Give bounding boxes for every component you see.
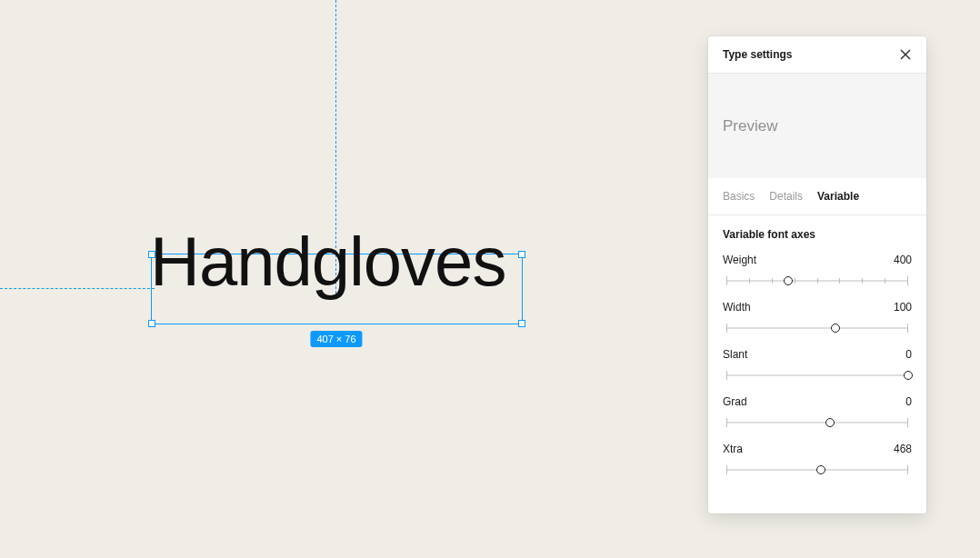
slider-tick: [817, 278, 818, 284]
slider-tick: [726, 371, 727, 380]
close-icon: [899, 48, 912, 61]
axis-label: Weight: [723, 254, 756, 266]
selected-text-frame[interactable]: Handgloves: [151, 254, 523, 324]
panel-tabs: Basics Details Variable: [708, 178, 926, 215]
axis-value[interactable]: 468: [894, 443, 912, 455]
tab-basics[interactable]: Basics: [723, 190, 755, 203]
slider-tick: [726, 276, 727, 285]
axis-label: Xtra: [723, 443, 743, 455]
alignment-guide-horizontal: [0, 288, 155, 289]
axis-width: Width100: [723, 301, 912, 334]
axis-slider[interactable]: [726, 275, 908, 286]
close-button[interactable]: [897, 46, 914, 63]
axis-row: Slant0: [723, 348, 912, 361]
sample-text[interactable]: Handgloves: [150, 227, 505, 296]
slider-ticks: [726, 373, 908, 378]
variable-axes-section: Variable font axes Weight400Width100Slan…: [708, 215, 926, 513]
slider-tick: [749, 278, 750, 284]
axis-xtra: Xtra468: [723, 443, 912, 475]
resize-handle-top-left[interactable]: [148, 251, 155, 258]
slider-tick: [839, 278, 840, 284]
slider-tick: [772, 278, 773, 284]
resize-handle-bottom-right[interactable]: [518, 320, 525, 327]
resize-handle-bottom-left[interactable]: [148, 320, 155, 327]
slider-tick: [795, 278, 795, 284]
resize-handle-top-right[interactable]: [518, 251, 525, 258]
axis-slant: Slant0: [723, 348, 912, 381]
slider-ticks: [726, 278, 908, 284]
axis-row: Xtra468: [723, 443, 912, 455]
axis-slider[interactable]: [726, 370, 908, 381]
axis-slider[interactable]: [726, 464, 908, 475]
axis-row: Grad0: [723, 395, 912, 408]
tab-variable[interactable]: Variable: [817, 190, 859, 203]
slider-thumb[interactable]: [825, 418, 835, 427]
panel-header: Type settings: [708, 36, 926, 74]
slider-ticks: [726, 420, 908, 425]
preview-label: Preview: [723, 117, 777, 135]
slider-tick: [907, 465, 908, 474]
axis-row: Weight400: [723, 254, 912, 266]
axis-label: Width: [723, 301, 751, 314]
slider-tick: [907, 418, 908, 427]
axis-grad: Grad0: [723, 395, 912, 428]
axes-section-title: Variable font axes: [723, 228, 912, 241]
axis-value[interactable]: 100: [894, 301, 912, 314]
slider-ticks: [726, 325, 908, 331]
slider-tick: [885, 278, 885, 284]
axis-value[interactable]: 0: [905, 395, 912, 408]
dimensions-badge: 407 × 76: [310, 331, 362, 347]
axis-label: Grad: [723, 395, 747, 408]
panel-title: Type settings: [723, 48, 792, 61]
axis-slider[interactable]: [726, 417, 908, 428]
preview-area: Preview: [708, 74, 926, 178]
slider-tick: [726, 324, 727, 333]
axis-value[interactable]: 400: [894, 254, 912, 266]
axis-slider[interactable]: [726, 323, 908, 334]
slider-thumb[interactable]: [784, 276, 793, 285]
axis-weight: Weight400: [723, 254, 912, 286]
slider-tick: [907, 324, 908, 333]
axis-row: Width100: [723, 301, 912, 314]
tab-details[interactable]: Details: [769, 190, 803, 203]
axis-label: Slant: [723, 348, 747, 361]
slider-tick: [726, 465, 727, 474]
slider-thumb[interactable]: [904, 371, 913, 380]
slider-tick: [862, 278, 863, 284]
type-settings-panel: Type settings Preview Basics Details Var…: [708, 36, 926, 513]
slider-thumb[interactable]: [816, 465, 825, 474]
slider-tick: [726, 418, 727, 427]
axis-value[interactable]: 0: [905, 348, 912, 361]
slider-tick: [907, 276, 908, 285]
slider-thumb[interactable]: [831, 324, 840, 333]
